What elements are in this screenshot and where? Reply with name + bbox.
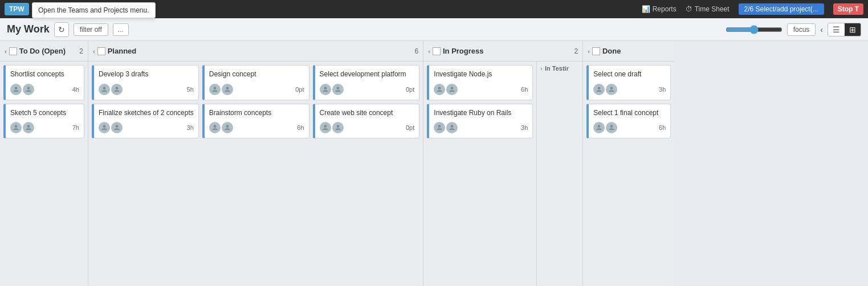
inprogress-section: ‹ In Progress 2 Investigate Node.js 6h I… — [423, 41, 583, 286]
planned-column: ‹ Planned 6 Develop 3 drafts 5h Design c… — [88, 41, 423, 286]
task-title: Create web site concept — [320, 109, 415, 118]
inprogress-col-header: ‹ In Progress 2 — [423, 41, 582, 62]
avatar — [434, 84, 445, 95]
avatar — [320, 122, 331, 133]
avatar — [111, 122, 123, 133]
done-checkbox[interactable] — [592, 47, 600, 55]
done-column: ‹ Done Select one draft 3h Select 1 fina… — [583, 41, 674, 286]
task-avatars — [10, 122, 34, 133]
task-card[interactable]: Sketch 5 concepts 7h — [3, 104, 84, 139]
inprogress-col-title: In Progress — [443, 47, 570, 55]
task-card[interactable]: Investigate Node.js 6h — [427, 65, 533, 100]
avatar — [332, 84, 344, 95]
list-view-button[interactable]: ☰ — [828, 23, 845, 36]
reports-button[interactable]: 📊 Reports — [642, 5, 677, 13]
grid-view-button[interactable]: ⊞ — [845, 23, 861, 36]
zoom-slider[interactable] — [726, 25, 783, 34]
avatar — [222, 84, 233, 95]
header-row: My Work ↻ filter off ... focus ‹ ☰ ⊞ — [0, 18, 868, 41]
task-card[interactable]: Select development platform 0pt — [313, 65, 420, 100]
stop-button[interactable]: Stop T — [833, 3, 863, 15]
task-title: Brainstorm concepts — [209, 109, 304, 118]
task-time: 6h — [297, 124, 304, 131]
inprogress-tasks: Investigate Node.js 6h Investigate Ruby … — [423, 62, 537, 286]
refresh-button[interactable]: ↻ — [54, 22, 69, 37]
reports-icon: 📊 — [642, 5, 650, 13]
task-avatars — [10, 84, 34, 95]
avatar — [593, 84, 605, 95]
avatar — [209, 84, 221, 95]
done-col-header: ‹ Done — [583, 41, 674, 62]
inprogress-checkbox[interactable] — [433, 47, 441, 55]
clock-icon: ⏱ — [686, 5, 692, 13]
view-toggle: ☰ ⊞ — [828, 23, 861, 36]
task-card[interactable]: Develop 3 drafts 5h — [92, 65, 199, 100]
planned-col-count: 6 — [415, 47, 419, 55]
task-time: 3h — [521, 124, 528, 131]
project-selector[interactable]: 2/6 Select/add project(... — [739, 3, 824, 15]
task-time: 0pt — [406, 86, 414, 93]
tpw-logo[interactable]: TPW — [5, 3, 29, 15]
avatar — [99, 84, 110, 95]
avatar — [320, 84, 331, 95]
todo-col-header: ‹ To Do (Open) 2 — [0, 41, 88, 62]
inprogress-col-count: 2 — [574, 47, 578, 55]
avatar — [446, 84, 458, 95]
task-title: Finalize sketches of 2 concepts — [99, 109, 194, 118]
tooltip: Open the Teams and Projects menu. — [32, 2, 156, 18]
task-card[interactable]: Brainstorm concepts 6h — [202, 104, 309, 139]
task-time: 6h — [521, 86, 528, 93]
inprogress-collapse-icon[interactable]: ‹ — [428, 48, 430, 55]
task-card[interactable]: Design concept 0pt — [202, 65, 309, 100]
page-title: My Work — [7, 23, 50, 35]
task-time: 0pt — [406, 124, 414, 131]
task-footer: 7h — [10, 122, 79, 133]
task-title: Develop 3 drafts — [99, 70, 194, 79]
task-title: Investigate Node.js — [434, 70, 528, 79]
intesting-col-label: In Testir — [545, 65, 569, 72]
todo-column: ‹ To Do (Open) 2 Shortlist concepts 4h S… — [0, 41, 88, 286]
planned-checkbox[interactable] — [97, 47, 105, 55]
filter-button[interactable]: filter off — [74, 23, 108, 36]
task-title: Investigate Ruby on Rails — [434, 109, 528, 118]
task-card[interactable]: Finalize sketches of 2 concepts 3h — [92, 104, 199, 139]
avatar — [434, 122, 445, 133]
done-collapse-icon[interactable]: ‹ — [588, 48, 590, 55]
planned-col-header: ‹ Planned 6 — [88, 41, 423, 62]
todo-checkbox[interactable] — [9, 47, 17, 55]
task-title: Select development platform — [320, 70, 415, 79]
avatar — [10, 122, 22, 133]
avatar — [10, 84, 22, 95]
intesting-col: › In Testir — [537, 62, 582, 286]
task-card[interactable]: Investigate Ruby on Rails 3h — [427, 104, 533, 139]
avatar — [222, 122, 233, 133]
more-button[interactable]: ... — [113, 23, 129, 36]
task-card[interactable]: Shortlist concepts 4h — [3, 65, 84, 100]
task-title: Select 1 final concept — [593, 109, 666, 118]
task-card[interactable]: Create web site concept 0pt — [313, 104, 420, 139]
done-col-body: Select one draft 3h Select 1 final conce… — [583, 62, 674, 142]
topbar: TPW Open the Teams and Projects menu. 📊 … — [0, 0, 868, 18]
planned-collapse-icon[interactable]: ‹ — [93, 48, 95, 55]
task-time: 5h — [187, 86, 194, 93]
task-title: Shortlist concepts — [10, 70, 79, 79]
task-time: 3h — [659, 86, 666, 93]
avatar — [209, 122, 221, 133]
task-title: Design concept — [209, 70, 304, 79]
chevron-left-icon[interactable]: ‹ — [820, 25, 823, 34]
planned-col-body: Develop 3 drafts 5h Design concept 0pt S… — [88, 62, 423, 142]
task-time: 3h — [187, 124, 194, 131]
todo-col-title: To Do (Open) — [19, 47, 75, 55]
intesting-expand-icon[interactable]: › — [540, 65, 543, 72]
todo-collapse-icon[interactable]: ‹ — [5, 48, 7, 55]
focus-button[interactable]: focus — [787, 23, 816, 36]
timesheet-button[interactable]: ⏱ Time Sheet — [686, 5, 730, 13]
todo-col-body: Shortlist concepts 4h Sketch 5 concepts — [0, 62, 88, 286]
task-time: 4h — [72, 86, 79, 93]
task-card[interactable]: Select 1 final concept 6h — [586, 104, 671, 139]
task-card[interactable]: Select one draft 3h — [586, 65, 671, 100]
task-footer: 4h — [10, 84, 79, 95]
avatar — [23, 84, 34, 95]
avatar — [606, 84, 617, 95]
kanban-board: ‹ To Do (Open) 2 Shortlist concepts 4h S… — [0, 41, 868, 286]
